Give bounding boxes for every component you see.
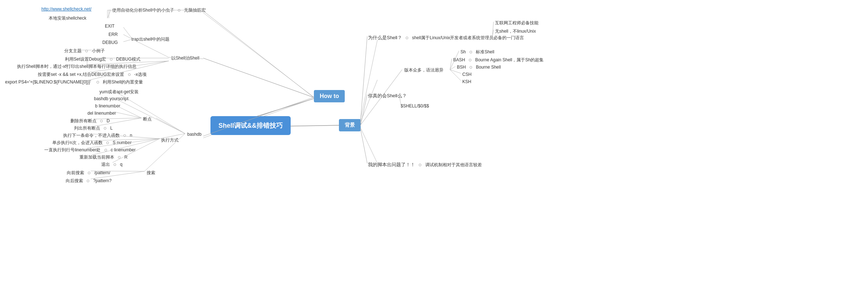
bashdb-label: bashdb (186, 132, 203, 137)
svg-line-10 (203, 58, 314, 97)
forward-search: 向前搜索 /pattern/ (65, 170, 112, 176)
svg-line-3 (203, 58, 315, 98)
backward-search: 向后搜索 ?pattern? (64, 178, 113, 184)
continue-label: 一直执行到行号linenumber处 c linenumber (43, 147, 137, 153)
internet-skill: 互联网工程师必备技能 (494, 20, 540, 26)
del-all: 删除所有断点 D (69, 118, 111, 124)
howto-node: How to (314, 90, 345, 102)
svg-line-54 (450, 70, 461, 81)
shellcheck-local: 本地安装shellcheck (47, 15, 88, 21)
csh-label: CSH (461, 72, 473, 77)
breakpoint-label: 断点 (142, 116, 153, 122)
svg-line-47 (360, 128, 367, 163)
svg-line-46 (360, 94, 367, 126)
step-label: 单步执行n次，会进入函数 S number (51, 140, 133, 146)
bash-label: BASH Bourne Again Shell，属于Sh的超集 (452, 57, 545, 63)
exec-info: 执行Shell脚本时，通过-xf打印出shell脚本每行详细的执行信息 (16, 64, 138, 70)
versions-label: 版本众多，语法迥异 (403, 67, 445, 73)
shellcheck-url: http://www.shellcheck.net/ (40, 7, 93, 12)
branch-topic: 分支主题 小例子 (63, 48, 106, 54)
ksh-label: KSH (461, 79, 473, 84)
shell-var: $SHELL/$0/$$ (399, 103, 430, 109)
bsh-label: BSH Bourne Shell (455, 65, 502, 70)
search-label: 搜索 (145, 170, 157, 176)
b-line: b linenumber (94, 103, 122, 109)
why-shell: 为什么是Shell？ shell属于Linux/Unix开发者或者系统管理员必备… (367, 34, 525, 41)
svg-line-9 (203, 11, 314, 97)
next-label: 执行下一条命令，不进入函数 n (62, 132, 134, 139)
svg-line-34 (156, 118, 185, 134)
yourscript-label: bashdb yourscript (93, 96, 130, 101)
exec-mode: 执行方式 (160, 137, 180, 143)
del-line: del linenumber (86, 111, 118, 116)
list-all: 列出所有断点 L (73, 125, 114, 131)
svg-line-5 (359, 40, 377, 125)
reload-label: 重新加载当前脚本 R (78, 154, 129, 160)
svg-line-44 (360, 36, 367, 123)
svg-line-6 (359, 80, 377, 125)
install-label: yum或者apt-get安装 (98, 89, 140, 95)
debug-label: DEBUG (101, 40, 119, 45)
svg-line-2 (203, 13, 315, 98)
shell-treat-shell: 以Shell治Shell (170, 55, 201, 61)
svg-line-31 (114, 112, 142, 118)
exit-label: EXIT (103, 24, 116, 29)
export-ps4: export PS4='+{$LINENO:${FUNCNAME[0]}}' 利… (4, 79, 144, 85)
real-shell: 你真的会Shell么？ (367, 93, 408, 99)
background-node: 背景 (339, 119, 361, 131)
trap-label: trap出shell中的问题 (130, 36, 171, 42)
center-node: Shell调试&&排错技巧 (210, 116, 291, 135)
svg-line-7 (359, 125, 377, 163)
shellcheck-desc: 使用自动化分析Shell中的小虫子 无脑抽筋宏 (111, 7, 207, 13)
sh-label: Sh 标准Shell (459, 49, 496, 55)
svg-line-13 (107, 10, 111, 18)
err-label: ERR (107, 32, 119, 37)
quit-label: 退出 q (100, 162, 124, 168)
my-script: 我的脚本出问题了！！ 调试机制相对于其他语言较差 (367, 162, 483, 168)
svg-line-52 (450, 66, 455, 70)
set-cmd: 按需要set -x && set +x,结合DEBUG宏来设置 -x选项 (36, 72, 148, 78)
noshell: 无shell，不linux/Unix (494, 28, 537, 34)
set-debug: 利用Set设置Debug宏 DEBUG模式 (64, 56, 142, 62)
